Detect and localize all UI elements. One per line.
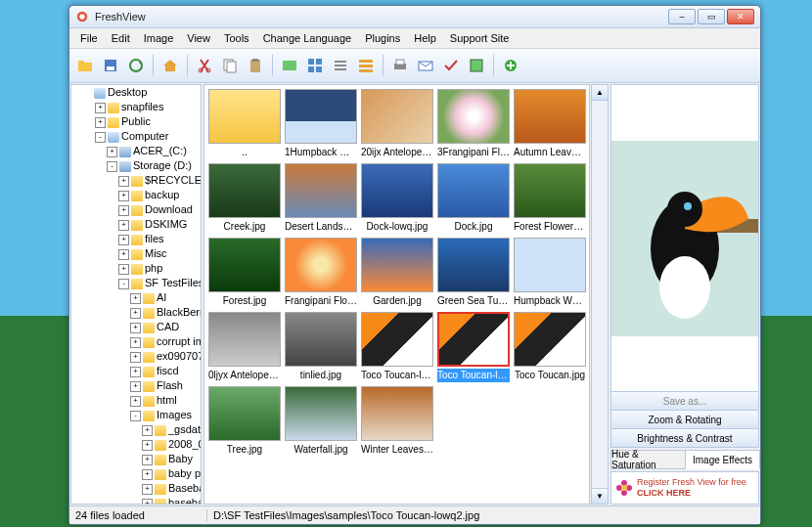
collapse-icon[interactable]: - (130, 411, 141, 421)
expand-icon[interactable]: + (142, 440, 153, 451)
close-button[interactable]: ✕ (727, 9, 754, 24)
tree-item[interactable]: _gsdata_ (168, 423, 202, 435)
thumbnail-image[interactable] (514, 312, 586, 367)
tree-item[interactable]: Flash (157, 379, 183, 391)
thumbnail-image[interactable] (285, 89, 357, 144)
expand-icon[interactable]: + (130, 293, 141, 304)
thumbnail-image[interactable] (361, 238, 433, 292)
expand-icon[interactable]: + (142, 455, 153, 465)
tree-item[interactable]: BlackBerry (157, 306, 202, 318)
thumbnail-item[interactable]: Toco Toucan-lo....jpg (361, 312, 433, 382)
thumbnail-item[interactable]: 1Humpback W....jpg (285, 89, 357, 159)
thumbnail-image[interactable] (437, 163, 510, 218)
thumbnail-item[interactable]: Toco Toucan.jpg (514, 312, 586, 382)
thumbnail-image[interactable] (285, 163, 357, 218)
email-icon[interactable] (414, 54, 437, 77)
thumbnail-image[interactable] (285, 386, 357, 441)
thumbnail-image[interactable] (285, 238, 357, 292)
collapse-icon[interactable]: - (107, 161, 117, 172)
tree-item[interactable]: corrupt images (157, 335, 202, 347)
menu-help[interactable]: Help (407, 30, 443, 46)
home-icon[interactable] (158, 54, 182, 77)
thumbnail-image[interactable] (437, 89, 510, 144)
check-icon[interactable] (439, 54, 463, 77)
expand-icon[interactable]: + (130, 323, 141, 333)
tree-item[interactable]: DSKIMG (145, 218, 187, 230)
expand-icon[interactable]: + (130, 381, 141, 392)
save-as-button[interactable]: Save as... (610, 391, 759, 411)
thumbnail-item[interactable]: 3Frangipani Flo....jpg (437, 89, 510, 159)
register-link[interactable]: Register Fresh View for freeCLICK HERE (610, 471, 759, 505)
menu-change-language[interactable]: Change Language (256, 30, 359, 46)
tree-item[interactable]: Baby (168, 453, 193, 464)
thumbnail-image[interactable] (361, 163, 433, 218)
thumbnail-item[interactable]: 20ijx Antelope.jpg (361, 89, 433, 159)
open-icon[interactable] (73, 54, 97, 77)
expand-icon[interactable]: + (95, 103, 106, 113)
tree-root[interactable]: Desktop (108, 86, 147, 98)
expand-icon[interactable]: + (142, 469, 153, 480)
thumbnail-image[interactable] (208, 386, 281, 441)
expand-icon[interactable]: + (118, 205, 129, 216)
tree-item[interactable]: Storage (D:) (133, 159, 192, 171)
tree-item[interactable]: ACER_(C:) (133, 145, 187, 156)
menu-edit[interactable]: Edit (105, 30, 137, 46)
thumbnail-item[interactable]: Dock.jpg (437, 163, 510, 234)
menu-view[interactable]: View (180, 30, 217, 46)
tree-item[interactable]: files (145, 233, 164, 244)
menu-tools[interactable]: Tools (217, 30, 256, 46)
thumbnail-item[interactable]: .. (208, 89, 281, 159)
tree-item[interactable]: Download (145, 203, 193, 215)
tree-item[interactable]: $RECYCLE.BIN (145, 174, 202, 186)
thumbnail-image[interactable] (437, 312, 510, 367)
thumbnail-item[interactable]: 0ljyx Antelope.jpg (208, 312, 281, 382)
expand-icon[interactable]: + (118, 264, 129, 275)
tree-item[interactable]: backup (145, 189, 179, 200)
tree-item[interactable]: Misc (145, 247, 167, 259)
menu-file[interactable]: File (73, 30, 105, 46)
thumbnail-item[interactable]: Desert Landsca....jpg (285, 163, 357, 234)
slideshow-icon[interactable] (278, 54, 301, 77)
expand-icon[interactable]: + (118, 220, 129, 231)
tree-item[interactable]: php (145, 262, 162, 274)
scroll-down-icon[interactable]: ▼ (592, 488, 608, 504)
cut-icon[interactable] (193, 54, 216, 77)
thumbnail-image[interactable] (285, 312, 357, 367)
thumbnail-image[interactable] (208, 163, 281, 218)
thumbnail-image[interactable] (514, 238, 586, 292)
thumbnail-image[interactable] (208, 312, 281, 367)
expand-icon[interactable]: + (142, 484, 153, 495)
thumbnail-item[interactable]: Humpback Wh....jpg (514, 238, 586, 308)
tree-item[interactable]: baby pics (168, 467, 202, 479)
thumbnail-image[interactable] (514, 89, 586, 144)
list-icon[interactable] (329, 54, 352, 77)
maximize-button[interactable]: ▭ (698, 9, 725, 24)
plugin-icon[interactable] (499, 54, 522, 77)
expand-icon[interactable]: + (118, 176, 129, 187)
menu-support-site[interactable]: Support Site (443, 30, 517, 46)
tree-item[interactable]: ex090707 (157, 350, 202, 362)
thumbnail-item[interactable]: Forest Flowers.jpg (514, 163, 586, 234)
thumbnail-image[interactable] (361, 386, 433, 441)
thumbnail-item[interactable]: Tree.jpg (208, 386, 281, 457)
expand-icon[interactable]: + (107, 147, 117, 157)
scrollbar[interactable]: ▲ ▼ (591, 84, 609, 505)
details-icon[interactable] (354, 54, 378, 77)
tree-item[interactable]: 2008_02_02 (168, 438, 202, 450)
collapse-icon[interactable]: - (95, 132, 106, 143)
zoom-rotate-button[interactable]: Zoom & Rotating (610, 410, 759, 429)
tree-item[interactable]: Computer (121, 130, 168, 142)
thumbnail-image[interactable] (361, 312, 433, 367)
thumbnail-item[interactable]: Toco Toucan-lo....jpg (437, 312, 510, 382)
thumbnail-image[interactable] (361, 89, 433, 144)
expand-icon[interactable]: + (142, 499, 153, 505)
scroll-up-icon[interactable]: ▲ (592, 85, 608, 101)
thumbnail-image[interactable] (208, 89, 281, 144)
thumbnail-pane[interactable]: ..1Humpback W....jpg20ijx Antelope.jpg3F… (203, 84, 590, 505)
reload-icon[interactable] (124, 54, 148, 77)
tab-hue-saturation[interactable]: Hue & Saturation (610, 450, 686, 469)
expand-icon[interactable]: + (130, 337, 141, 348)
tree-item[interactable]: fiscd (157, 365, 179, 376)
thumbnail-item[interactable]: Waterfall.jpg (285, 386, 357, 457)
thumbnail-image[interactable] (437, 238, 510, 292)
